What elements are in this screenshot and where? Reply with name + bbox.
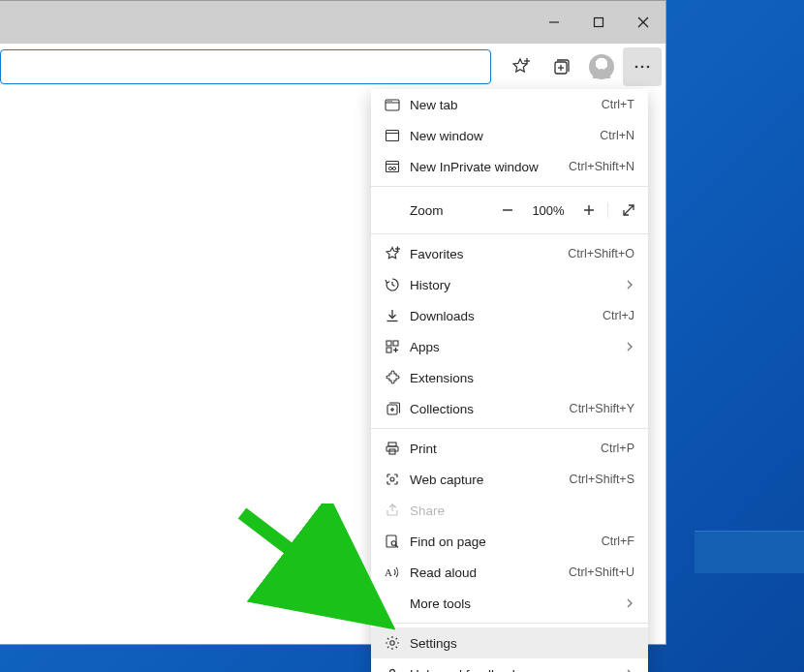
menu-item-settings[interactable]: Settings	[371, 627, 648, 658]
windows-taskbar[interactable]	[695, 531, 804, 573]
settings-and-more-button[interactable]	[623, 47, 662, 86]
menu-item-label: Read aloud	[410, 565, 569, 580]
menu-zoom-row: Zoom 100%	[371, 191, 648, 229]
history-icon	[385, 277, 410, 292]
share-icon	[385, 503, 410, 518]
menu-item-label: Settings	[410, 636, 634, 651]
fullscreen-icon	[621, 202, 636, 218]
menu-item-shortcut: Ctrl+F	[602, 535, 634, 548]
menu-item-shortcut: Ctrl+N	[600, 129, 634, 142]
maximize-icon	[593, 16, 604, 28]
downloads-icon	[385, 308, 410, 323]
window-maximize-button[interactable]	[576, 1, 621, 44]
address-bar[interactable]	[0, 49, 491, 84]
menu-item-shortcut: Ctrl+Shift+U	[569, 565, 634, 579]
window-titlebar	[0, 1, 665, 44]
menu-item-history[interactable]: History	[371, 269, 648, 300]
window-minimize-button[interactable]	[532, 1, 576, 44]
collections-icon	[385, 401, 410, 416]
minimize-icon	[548, 16, 560, 28]
menu-item-label: Apps	[410, 340, 625, 354]
extensions-icon	[385, 370, 410, 385]
plus-icon	[582, 203, 596, 217]
zoom-in-button[interactable]	[571, 191, 607, 229]
collections-icon	[551, 57, 571, 76]
chevron-right-icon	[625, 280, 634, 290]
profile-button[interactable]	[582, 47, 621, 86]
svg-rect-19	[387, 162, 399, 172]
menu-item-read-aloud[interactable]: A Read aloud Ctrl+Shift+U	[371, 557, 648, 588]
menu-item-print[interactable]: Print Ctrl+P	[371, 433, 648, 464]
favorites-icon	[385, 246, 410, 261]
menu-item-share: Share	[371, 495, 648, 526]
zoom-label: Zoom	[371, 203, 489, 218]
svg-rect-1	[595, 18, 603, 27]
web-capture-icon	[385, 472, 410, 487]
menu-item-new-inprivate[interactable]: New InPrivate window Ctrl+Shift+N	[371, 151, 648, 182]
svg-rect-33	[393, 341, 398, 346]
find-icon	[385, 534, 410, 549]
chevron-right-icon	[625, 342, 634, 351]
svg-point-43	[390, 477, 394, 481]
svg-point-21	[388, 167, 391, 169]
menu-item-label: Find on page	[410, 535, 602, 549]
svg-point-48	[390, 641, 394, 645]
close-icon	[637, 16, 649, 28]
menu-item-favorites[interactable]: Favorites Ctrl+Shift+O	[371, 238, 648, 269]
window-close-button[interactable]	[621, 1, 665, 44]
profile-avatar-icon	[589, 54, 614, 79]
menu-item-apps[interactable]: Apps	[371, 331, 648, 362]
menu-separator	[371, 186, 648, 187]
apps-icon	[385, 339, 410, 354]
menu-item-label: Favorites	[410, 247, 568, 261]
svg-point-16	[391, 101, 392, 102]
menu-separator	[371, 428, 648, 429]
svg-point-14	[387, 101, 388, 102]
add-favorite-icon	[510, 57, 530, 76]
svg-point-15	[389, 101, 390, 102]
menu-item-shortcut: Ctrl+P	[601, 442, 634, 455]
svg-point-11	[647, 66, 650, 69]
collections-button[interactable]	[541, 47, 580, 86]
fullscreen-button[interactable]	[607, 202, 648, 218]
ellipsis-icon	[634, 58, 651, 76]
svg-point-10	[641, 66, 644, 69]
menu-item-label: Downloads	[410, 309, 603, 323]
help-icon	[385, 666, 410, 672]
menu-item-shortcut: Ctrl+Shift+O	[568, 247, 634, 260]
svg-point-45	[391, 541, 396, 546]
svg-point-9	[635, 66, 638, 69]
menu-item-label: New InPrivate window	[410, 160, 569, 174]
svg-rect-40	[388, 443, 396, 446]
menu-item-find[interactable]: Find on page Ctrl+F	[371, 526, 648, 557]
menu-item-web-capture[interactable]: Web capture Ctrl+Shift+S	[371, 464, 648, 495]
browser-toolbar	[0, 44, 665, 90]
menu-item-new-window[interactable]: New window Ctrl+N	[371, 120, 648, 151]
menu-item-label: More tools	[410, 596, 625, 611]
svg-rect-17	[387, 131, 399, 141]
menu-item-more-tools[interactable]: More tools	[371, 588, 648, 619]
menu-item-label: New tab	[410, 98, 602, 112]
new-tab-icon	[385, 97, 410, 112]
favorites-button[interactable]	[501, 47, 540, 86]
menu-item-extensions[interactable]: Extensions	[371, 362, 648, 393]
menu-item-shortcut: Ctrl+J	[603, 309, 634, 322]
chevron-right-icon	[625, 598, 634, 608]
menu-separator	[371, 623, 648, 624]
zoom-out-button[interactable]	[489, 191, 526, 229]
svg-rect-34	[387, 348, 391, 352]
menu-item-shortcut: Ctrl+T	[602, 98, 634, 111]
menu-item-label: Web capture	[410, 473, 570, 487]
menu-separator	[371, 233, 648, 234]
menu-item-label: Collections	[410, 402, 570, 416]
zoom-percent: 100%	[526, 203, 571, 218]
menu-item-shortcut: Ctrl+Shift+Y	[570, 402, 634, 415]
menu-item-collections[interactable]: Collections Ctrl+Shift+Y	[371, 393, 648, 424]
menu-item-new-tab[interactable]: New tab Ctrl+T	[371, 89, 648, 120]
menu-item-help[interactable]: Help and feedback	[371, 658, 648, 672]
svg-text:A: A	[385, 566, 392, 578]
menu-item-label: Print	[410, 442, 601, 456]
menu-item-downloads[interactable]: Downloads Ctrl+J	[371, 300, 648, 331]
settings-icon	[385, 635, 410, 651]
menu-item-label: Help and feedback	[410, 667, 625, 673]
